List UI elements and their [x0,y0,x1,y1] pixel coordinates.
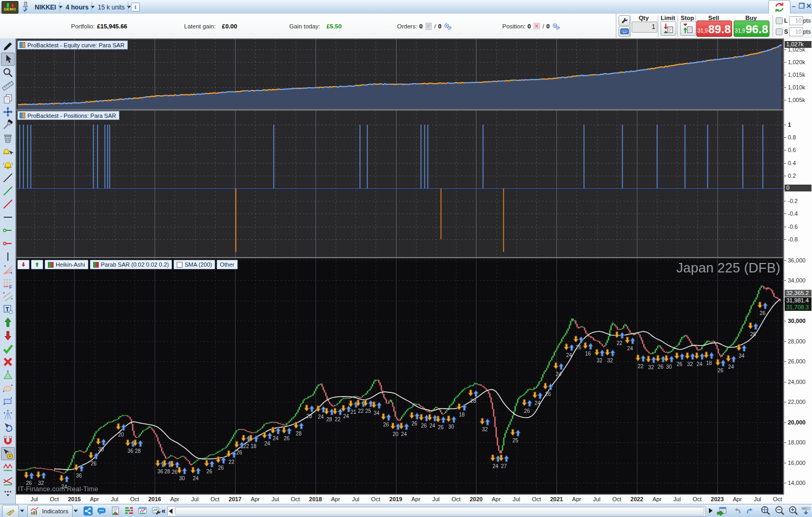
legend-parab-sar[interactable]: Parab SAR (0.02 0.02 0.2) [90,260,172,269]
limit-pts-input[interactable]: 10 [789,16,803,25]
horizontal-segment-green-tool[interactable] [1,224,15,237]
buy-button[interactable]: 31,9 96.8 [734,21,769,37]
indicators-icon [29,506,40,516]
scrollbar-thumb[interactable] [175,507,704,515]
pencil-tool[interactable] [1,39,15,53]
buy-marker-toggle[interactable] [31,260,43,269]
move-tool[interactable] [1,105,15,118]
redo-button[interactable] [744,505,756,516]
trendline-red-tool[interactable] [1,197,15,210]
cursor-tool[interactable] [1,53,15,66]
trash-tool[interactable] [1,131,15,145]
trendline-tool[interactable] [1,171,15,184]
positions-chart[interactable] [16,110,784,258]
undo-button[interactable] [731,505,743,516]
sell-button[interactable]: 31,9 89.8 [696,21,732,37]
stop-order-button[interactable] [680,21,696,36]
legend-other[interactable]: Other [217,260,238,269]
sell-marker-toggle[interactable] [17,260,29,269]
dock-panel-button[interactable] [800,505,811,516]
sync-tab[interactable] [768,0,790,14]
wedge-pattern-tool[interactable] [1,473,15,486]
legend-heikin-ashi[interactable]: Heikin-Ashi [45,260,88,269]
legend-label: Other [220,261,235,268]
pin-icon[interactable] [21,2,30,14]
fibonacci-fan-tool[interactable] [1,263,15,276]
equity-curve-chart[interactable] [16,38,784,110]
equity-panel-tab[interactable]: ProBacktest - Equity curve: Para SAR [17,40,128,49]
zoom-in-button[interactable] [787,505,799,516]
draw-menu-caret[interactable] [19,505,25,516]
timeframe-selector[interactable]: 4 hours [62,1,98,13]
orders-settings-icon[interactable] [443,23,451,30]
rectangle-tool[interactable] [1,394,15,408]
pitchfork-tool[interactable] [1,408,15,421]
chart-scrollbar[interactable] [167,506,706,516]
redo-icon [745,506,755,515]
horizontal-segment-red-tool[interactable] [1,237,15,250]
indicators-button[interactable]: Indicators [27,505,73,517]
settings-tool[interactable] [1,118,15,131]
ruler-tool[interactable] [1,79,15,92]
qty-input[interactable]: 1 [632,22,657,33]
copy-tool[interactable] [1,92,15,105]
more-tools[interactable] [1,486,15,500]
position-close-icon[interactable] [533,23,541,30]
limit-checkbox[interactable] [776,17,783,24]
positions-axis-label: 0.4 [788,160,796,166]
channel-tool[interactable] [1,289,15,302]
time-axis[interactable]: JulOct2015AprJulOct2016AprJulOct2017AprJ… [16,494,784,504]
positions-panel-tab[interactable]: ProBacktest - Positions: Para SAR [17,111,119,120]
ellipse-tool[interactable] [1,381,15,394]
legend-sma[interactable]: SMA (200) [174,260,215,269]
stop-pts-input[interactable]: 10 [789,27,803,36]
arrow-down-tool[interactable] [1,329,15,342]
zoom-out-button[interactable] [773,505,786,516]
maximize-button[interactable]: ❐ [798,2,805,11]
check-mark-tool[interactable] [1,342,15,355]
alert-pointer-tool[interactable] [1,145,15,158]
price-axis[interactable]: 1,005k1,010k1,015k1,020k1,025k1,027k10.8… [784,38,812,494]
vertical-line-tool[interactable] [1,250,15,263]
order-book-button[interactable] [123,505,135,516]
position-settings-icon[interactable] [552,23,559,30]
arrow-up-tool[interactable] [1,316,15,329]
instrument-selector[interactable]: NIKKEI [31,1,66,13]
cross-mark-tool[interactable] [1,355,15,368]
instrument-watermark: Japan 225 (DFB) [676,260,780,276]
zoom-tool[interactable] [1,66,15,79]
news-button[interactable] [109,505,121,516]
limit-order-button[interactable] [661,21,676,36]
price-axis-label: 24,000 [788,379,806,385]
new-chart-button[interactable] [137,505,148,516]
collapse-toolbar-button[interactable]: « [161,505,166,516]
keyboard-order-button[interactable] [618,26,630,37]
scroll-left-icon[interactable] [169,509,172,514]
indicators-caret[interactable] [73,505,79,516]
zigzag-pattern-tool[interactable] [1,460,15,473]
chat-button[interactable] [96,505,107,516]
close-button[interactable]: ✕ [805,2,812,11]
go-to-date-button[interactable] [715,505,728,516]
pointer-rotate-tool[interactable] [1,421,15,434]
info-button[interactable]: i [131,3,140,12]
order-settings-button[interactable] [618,15,630,26]
trendline-green-tool[interactable] [1,184,15,197]
chart-settings-button[interactable] [150,505,162,516]
scroll-right-button[interactable] [707,505,714,516]
fibonacci-retracement-tool[interactable]: F [1,276,15,289]
zoom-drag-button[interactable] [759,505,772,516]
alarm-tool[interactable] [1,158,15,171]
text-tool[interactable]: T [1,302,15,316]
pointer-lock-tool[interactable] [1,447,15,460]
price-chart[interactable] [16,258,784,494]
orders-list-icon[interactable] [425,23,432,30]
minimize-button[interactable]: – [790,2,797,11]
triangle-tool[interactable] [1,368,15,381]
share-button[interactable] [82,505,94,516]
units-selector[interactable]: 15 k units [94,1,135,13]
magnet-tool[interactable] [1,434,15,447]
horizontal-line-tool[interactable] [1,210,15,224]
stop-checkbox[interactable] [776,28,783,35]
draw-menu-button[interactable] [2,505,19,517]
